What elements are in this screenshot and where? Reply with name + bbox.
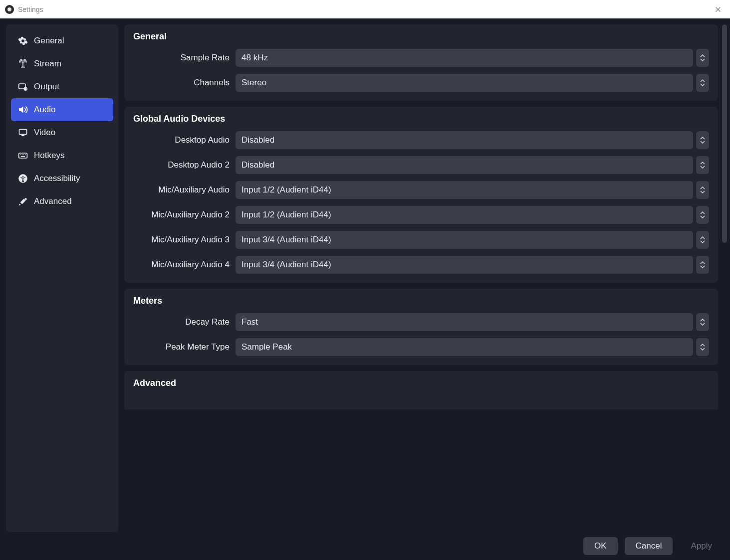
- panel-global-devices: Global Audio Devices Desktop Audio Disab…: [124, 107, 718, 283]
- sidebar-item-label: Audio: [34, 105, 55, 115]
- label-mic-aux-3: Mic/Auxiliary Audio 3: [133, 235, 236, 245]
- select-channels[interactable]: Stereo: [236, 74, 693, 92]
- window-body: General Stream Output Audio: [0, 18, 730, 560]
- settings-sidebar: General Stream Output Audio: [6, 24, 118, 532]
- sidebar-item-accessibility[interactable]: Accessibility: [11, 167, 113, 190]
- sidebar-item-audio[interactable]: Audio: [11, 98, 113, 121]
- select-value: Input 1/2 (Audient iD44): [242, 185, 331, 195]
- keyboard-icon: [18, 151, 28, 161]
- row-channels: Channels Stereo: [133, 74, 709, 92]
- spinner-channels[interactable]: [696, 74, 709, 92]
- settings-panels: General Sample Rate 48 kHz: [124, 24, 718, 532]
- sidebar-item-general[interactable]: General: [11, 29, 113, 52]
- speaker-icon: [18, 105, 28, 115]
- svg-point-2: [22, 61, 24, 63]
- window-titlebar: Settings: [0, 0, 730, 18]
- sidebar-item-label: Stream: [34, 59, 61, 69]
- select-sample-rate[interactable]: 48 kHz: [236, 49, 693, 67]
- panel-global-devices-title: Global Audio Devices: [133, 114, 709, 124]
- row-decay-rate: Decay Rate Fast: [133, 313, 709, 331]
- select-mic-aux-3[interactable]: Input 3/4 (Audient iD44): [236, 231, 693, 249]
- content-scrollbar[interactable]: [721, 24, 728, 532]
- select-peak-meter-type[interactable]: Sample Peak: [236, 338, 693, 356]
- row-peak-meter-type: Peak Meter Type Sample Peak: [133, 338, 709, 356]
- row-mic-aux-3: Mic/Auxiliary Audio 3 Input 3/4 (Audient…: [133, 231, 709, 249]
- spinner-mic-aux-4[interactable]: [696, 256, 709, 274]
- select-desktop-audio[interactable]: Disabled: [236, 131, 693, 149]
- app-logo-icon: [5, 5, 14, 14]
- cancel-button[interactable]: Cancel: [625, 537, 673, 555]
- label-mic-aux-2: Mic/Auxiliary Audio 2: [133, 210, 236, 220]
- svg-rect-6: [19, 129, 27, 134]
- panel-advanced-title: Advanced: [133, 378, 709, 388]
- label-mic-aux-1: Mic/Auxiliary Audio: [133, 185, 236, 195]
- sidebar-item-label: Accessibility: [34, 174, 80, 184]
- sidebar-item-video[interactable]: Video: [11, 121, 113, 144]
- gear-icon: [18, 36, 28, 46]
- row-desktop-audio: Desktop Audio Disabled: [133, 131, 709, 149]
- sidebar-item-label: Hotkeys: [34, 151, 64, 161]
- row-mic-aux-2: Mic/Auxiliary Audio 2 Input 1/2 (Audient…: [133, 206, 709, 224]
- window-close-button[interactable]: [711, 2, 725, 16]
- sidebar-item-label: Advanced: [34, 196, 72, 206]
- main-area: General Stream Output Audio: [0, 18, 730, 532]
- spinner-desktop-audio-2[interactable]: [696, 156, 709, 174]
- label-desktop-audio: Desktop Audio: [133, 135, 236, 145]
- spinner-sample-rate[interactable]: [696, 49, 709, 67]
- spinner-desktop-audio[interactable]: [696, 131, 709, 149]
- label-channels: Channels: [133, 78, 236, 88]
- spinner-decay-rate[interactable]: [696, 313, 709, 331]
- output-icon: [18, 82, 28, 92]
- select-mic-aux-4[interactable]: Input 3/4 (Audient iD44): [236, 256, 693, 274]
- spinner-mic-aux-1[interactable]: [696, 181, 709, 199]
- window-title: Settings: [18, 5, 43, 13]
- sidebar-item-label: Output: [34, 82, 59, 92]
- select-mic-aux-1[interactable]: Input 1/2 (Audient iD44): [236, 181, 693, 199]
- svg-point-15: [22, 176, 24, 177]
- accessibility-icon: [18, 174, 28, 184]
- antenna-icon: [18, 59, 28, 69]
- label-desktop-audio-2: Desktop Audio 2: [133, 160, 236, 170]
- select-value: 48 kHz: [242, 53, 268, 63]
- sidebar-item-stream[interactable]: Stream: [11, 52, 113, 75]
- row-mic-aux-4: Mic/Auxiliary Audio 4 Input 3/4 (Audient…: [133, 256, 709, 274]
- scrollbar-thumb[interactable]: [722, 24, 727, 243]
- ok-button[interactable]: OK: [583, 537, 618, 555]
- content-column: General Sample Rate 48 kHz: [124, 24, 728, 532]
- select-value: Stereo: [242, 78, 266, 88]
- select-value: Disabled: [242, 135, 274, 145]
- select-value: Input 3/4 (Audient iD44): [242, 260, 331, 270]
- select-decay-rate[interactable]: Fast: [236, 313, 693, 331]
- label-peak-meter-type: Peak Meter Type: [133, 342, 236, 352]
- label-decay-rate: Decay Rate: [133, 317, 236, 327]
- panel-advanced: Advanced: [124, 371, 718, 409]
- sidebar-item-label: General: [34, 36, 64, 46]
- select-value: Input 1/2 (Audient iD44): [242, 210, 331, 220]
- apply-button[interactable]: Apply: [680, 537, 723, 555]
- spinner-peak-meter-type[interactable]: [696, 338, 709, 356]
- tools-icon: [18, 196, 28, 206]
- label-sample-rate: Sample Rate: [133, 53, 236, 63]
- row-mic-aux-1: Mic/Auxiliary Audio Input 1/2 (Audient i…: [133, 181, 709, 199]
- sidebar-item-hotkeys[interactable]: Hotkeys: [11, 144, 113, 167]
- panel-meters-title: Meters: [133, 296, 709, 306]
- select-value: Input 3/4 (Audient iD44): [242, 235, 331, 245]
- svg-rect-5: [26, 88, 27, 89]
- sidebar-item-output[interactable]: Output: [11, 75, 113, 98]
- spinner-mic-aux-2[interactable]: [696, 206, 709, 224]
- panel-general-title: General: [133, 31, 709, 42]
- select-value: Fast: [242, 317, 258, 327]
- row-sample-rate: Sample Rate 48 kHz: [133, 49, 709, 67]
- select-desktop-audio-2[interactable]: Disabled: [236, 156, 693, 174]
- row-desktop-audio-2: Desktop Audio 2 Disabled: [133, 156, 709, 174]
- spinner-mic-aux-3[interactable]: [696, 231, 709, 249]
- panel-meters: Meters Decay Rate Fast Peak Meter Type S…: [124, 289, 718, 365]
- select-mic-aux-2[interactable]: Input 1/2 (Audient iD44): [236, 206, 693, 224]
- svg-rect-8: [19, 153, 27, 158]
- panel-general: General Sample Rate 48 kHz: [124, 24, 718, 101]
- sidebar-item-advanced[interactable]: Advanced: [11, 190, 113, 213]
- select-value: Disabled: [242, 160, 274, 170]
- dialog-footer: OK Cancel Apply: [0, 532, 730, 560]
- svg-rect-7: [22, 135, 24, 136]
- sidebar-item-label: Video: [34, 128, 55, 138]
